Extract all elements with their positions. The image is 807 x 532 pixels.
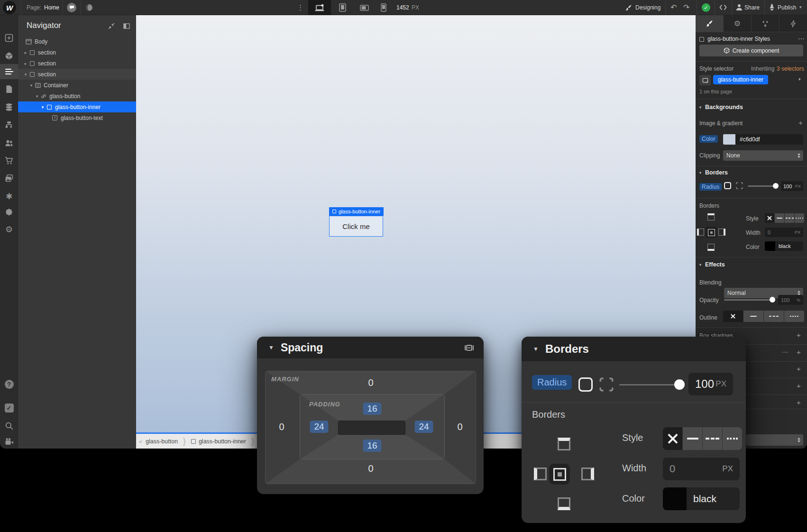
border-style-none-icon[interactable] [663,427,682,450]
collapse-arrow-icon[interactable]: ▾ [34,94,40,99]
eye-icon[interactable] [85,3,93,12]
border-left-icon[interactable] [534,468,547,480]
border-color-swatch[interactable] [663,487,687,510]
clipping-select[interactable]: None [723,150,803,161]
breakpoint-desktop-icon[interactable] [308,0,331,15]
collapse-all-icon[interactable] [108,23,115,29]
tab-settings-gear-icon[interactable]: ⚙ [724,15,752,32]
logic-icon[interactable] [0,118,18,133]
border-all-tile[interactable] [549,464,570,485]
opacity-slider[interactable] [724,299,773,301]
radius-slider[interactable] [748,185,776,187]
padding-top-value[interactable]: 16 [363,403,381,415]
breakpoint-tablet-icon[interactable] [334,0,351,15]
margin-bottom-value[interactable]: 0 [368,463,373,474]
border-style-solid-icon[interactable] [775,213,784,223]
navigator-item-container[interactable]: ▾ Container [18,80,136,91]
padding-right-value[interactable]: 24 [414,421,433,433]
collapse-arrow-icon[interactable]: ▼ [533,346,539,352]
code-icon[interactable] [719,4,727,11]
more-icon[interactable]: ⋯ [798,35,805,42]
tab-element-settings-lightning-icon[interactable] [779,15,807,32]
mode-label[interactable]: Designing [635,4,660,11]
collapsed-section-plus-icon[interactable]: + [797,382,801,390]
components-icon[interactable] [0,48,18,64]
more-icon[interactable]: ⋯ [782,349,788,356]
margin-top-value[interactable]: 0 [368,377,373,388]
navigator-item-section[interactable]: ▸ section [18,47,136,58]
radius-value-field[interactable]: 100 PX [781,181,803,191]
navigator-item-body[interactable]: Body [18,36,136,47]
share-button[interactable]: Share [744,4,760,11]
style-selector-value[interactable]: glass-button-inner [713,75,768,84]
breakpoint-phone-landscape-icon[interactable] [355,0,374,15]
chat-icon[interactable] [67,3,76,12]
publish-chevron-down-icon[interactable]: ▾ [799,5,802,9]
border-top-icon[interactable] [558,438,570,450]
borders-popup-header[interactable]: ▼ Borders [522,337,746,361]
expand-arrow-icon[interactable]: ▸ [22,61,29,66]
canvas-button[interactable]: Click me [329,216,383,237]
borders-section-header[interactable]: ▾Borders [699,169,728,176]
radius-individual-corners-icon[interactable] [598,376,614,393]
box-model-icon[interactable] [463,342,475,354]
help-icon[interactable]: ? [0,376,18,392]
collapse-arrow-icon[interactable]: ▾ [39,105,46,110]
opacity-slider-knob[interactable] [770,297,775,303]
backgrounds-section-header[interactable]: ▾Backgrounds [699,104,743,110]
radius-value-field[interactable]: 100 PX [688,373,733,395]
plugins-puzzle-icon[interactable] [0,205,18,220]
breadcrumb-item[interactable]: glass-button-inner [199,438,246,445]
border-color-field[interactable]: black [775,241,803,251]
collapsed-section-plus-icon[interactable]: + [797,398,801,406]
border-style-none-icon[interactable] [765,213,774,223]
radius-slider-knob[interactable] [674,379,685,390]
navigator-item-glass-button[interactable]: ▾ glass-button [18,91,136,101]
canvas-width-value[interactable]: 1452 [396,4,409,11]
border-top-icon[interactable] [707,213,715,220]
collapse-arrow-icon[interactable]: ▾ [22,72,29,77]
background-color-field[interactable]: #c6d0df [735,134,803,145]
opacity-value-field[interactable]: 100 % [778,295,803,305]
selector-state-icon[interactable] [699,75,711,85]
background-color-swatch[interactable] [723,134,735,145]
collapsed-section-plus-icon[interactable]: + [797,365,801,373]
border-style-dashed-icon[interactable] [785,213,794,223]
more-dots-icon[interactable]: ⋮ [297,3,304,12]
collapse-arrow-icon[interactable]: ▼ [268,344,274,351]
border-width-field[interactable]: 0 PX [765,228,803,237]
navigator-item-glass-button-text[interactable]: T glass-button-text [18,112,136,123]
breakpoint-phone-portrait-icon[interactable] [376,0,392,15]
border-right-icon[interactable] [718,229,725,236]
outline-dotted-icon[interactable] [784,311,804,322]
border-width-field[interactable]: 0 PX [663,458,740,480]
selector-chevron-down-icon[interactable]: ▾ [798,77,801,82]
settings-gear-icon[interactable]: ⚙ [0,222,18,237]
margin-right-value[interactable]: 0 [457,422,462,432]
webflow-logo[interactable]: W [3,1,16,14]
border-color-field[interactable]: black [687,487,740,510]
undo-icon[interactable]: ↶ [670,3,677,12]
search-icon[interactable] [0,418,18,433]
navigator-item-glass-button-inner[interactable]: ▾ glass-button-inner [18,101,136,112]
radius-slider[interactable] [619,384,681,385]
checklist-icon[interactable]: ✓ [0,400,18,415]
navigator-item-section[interactable]: ▸ section [18,58,136,69]
radius-all-corners-icon[interactable] [724,182,731,189]
border-style-solid-icon[interactable] [683,427,702,450]
outline-dashed-icon[interactable] [764,311,784,322]
add-background-plus-icon[interactable]: + [798,119,803,127]
border-left-icon[interactable] [697,229,704,236]
border-color-swatch[interactable] [765,241,775,251]
publish-button[interactable]: Publish [778,4,796,11]
border-style-dotted-icon[interactable] [723,427,742,450]
ecommerce-icon[interactable] [0,153,18,168]
border-all-tile[interactable] [706,227,717,238]
create-component-button[interactable]: Create component [699,45,803,56]
assets-icon[interactable] [0,171,18,186]
outline-none-icon[interactable] [723,311,743,322]
add-elements-icon[interactable] [0,30,18,46]
margin-left-value[interactable]: 0 [279,422,284,432]
effects-section-header[interactable]: ▾Effects [699,261,725,268]
users-icon[interactable] [0,136,18,151]
